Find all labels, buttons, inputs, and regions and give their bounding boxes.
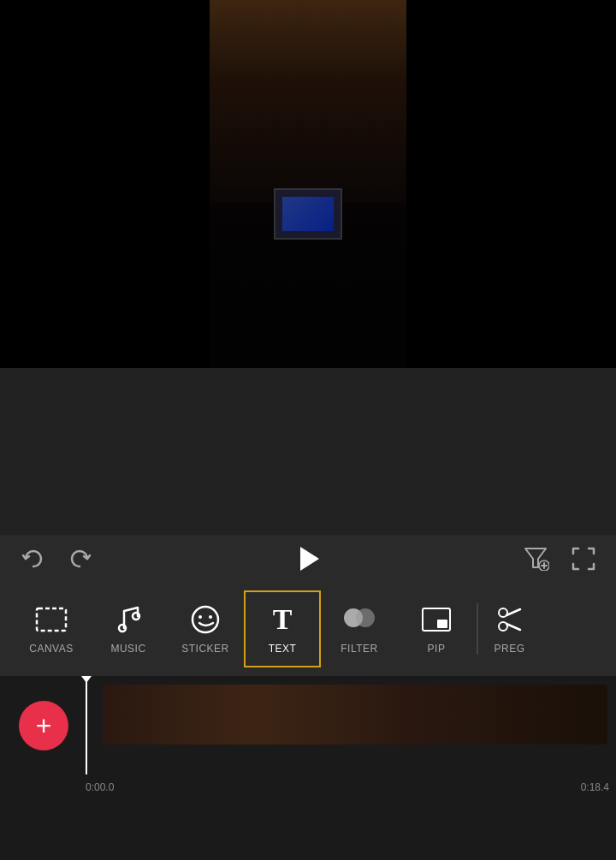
- scissors-icon: [494, 603, 526, 636]
- total-timecode: 0:18.4: [581, 781, 609, 793]
- sticker-icon: [189, 603, 222, 636]
- timeline-clip[interactable]: [103, 685, 607, 744]
- tool-pip[interactable]: PIP: [398, 590, 475, 667]
- tv-screen: [282, 197, 334, 231]
- preset-label: PREG: [494, 643, 524, 655]
- filter-icon: [343, 603, 376, 636]
- pip-label: PIP: [428, 643, 446, 655]
- tv-object: [274, 188, 342, 240]
- canvas-icon: [35, 603, 68, 636]
- controls-right: [520, 543, 599, 574]
- controls-left: [17, 543, 96, 574]
- add-icon: +: [36, 712, 52, 739]
- funnel-plus-icon: [522, 547, 549, 571]
- svg-line-13: [506, 624, 520, 630]
- svg-point-5: [119, 625, 126, 632]
- svg-point-9: [209, 615, 212, 619]
- pip-icon: [420, 603, 453, 636]
- video-left-panel: [0, 0, 210, 368]
- playhead: [86, 676, 87, 774]
- svg-point-7: [192, 607, 218, 632]
- video-preview: [0, 0, 616, 368]
- controls-bar: [0, 535, 616, 582]
- timeline-track[interactable]: [86, 676, 616, 774]
- undo-icon: [21, 549, 44, 568]
- timecode-bar: 0:00.0 0:18.4: [0, 774, 616, 800]
- redo-button[interactable]: [65, 543, 96, 574]
- timeline-area: +: [0, 676, 616, 774]
- current-timecode: 0:00.0: [86, 781, 114, 793]
- sticker-label: STICKER: [181, 643, 229, 655]
- svg-line-12: [506, 609, 520, 615]
- canvas-label: CANVAS: [29, 643, 73, 655]
- tool-filter[interactable]: FILTER: [321, 590, 398, 667]
- play-button[interactable]: [291, 542, 325, 576]
- music-icon: [112, 603, 145, 636]
- filter-add-button[interactable]: [520, 543, 551, 574]
- filter-label: FILTER: [341, 643, 377, 655]
- tools-bar: CANVAS MUSIC STICKER T: [0, 582, 616, 676]
- text-label: TEXT: [269, 643, 297, 655]
- middle-area: [0, 368, 616, 535]
- video-center-panel: [210, 0, 406, 368]
- tool-music[interactable]: MUSIC: [90, 590, 167, 667]
- fullscreen-button[interactable]: [568, 543, 599, 574]
- svg-point-6: [133, 613, 139, 620]
- tool-preset[interactable]: PREG: [480, 590, 540, 667]
- video-right-panel: [406, 0, 616, 368]
- play-triangle-icon: [300, 547, 319, 571]
- room-scene: [210, 0, 406, 368]
- redo-icon: [69, 549, 92, 568]
- clip-thumbnail: [103, 685, 607, 744]
- tool-sticker[interactable]: STICKER: [167, 590, 244, 667]
- svg-point-8: [198, 615, 202, 619]
- tool-divider: [477, 603, 478, 655]
- tool-text[interactable]: T TEXT: [244, 590, 321, 667]
- fullscreen-icon: [572, 547, 595, 571]
- add-clip-button[interactable]: +: [19, 701, 68, 750]
- music-label: MUSIC: [110, 643, 145, 655]
- text-icon: T: [266, 603, 299, 636]
- svg-rect-4: [37, 608, 66, 631]
- tool-canvas[interactable]: CANVAS: [13, 590, 90, 667]
- undo-button[interactable]: [17, 543, 48, 574]
